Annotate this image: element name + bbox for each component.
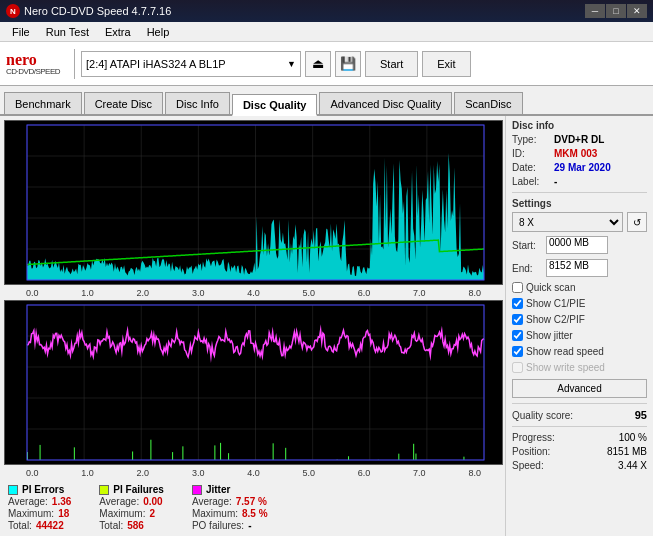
position-label: Position: [512, 446, 550, 457]
progress-row: Progress: 100 % [512, 432, 647, 443]
position-value: 8151 MB [607, 446, 647, 457]
menu-run-test[interactable]: Run Test [38, 24, 97, 40]
show-write-speed-checkbox [512, 362, 523, 373]
end-row: End: 8152 MB [512, 259, 647, 277]
speed-row: Speed: 3.44 X [512, 460, 647, 471]
quality-score-value: 95 [635, 409, 647, 421]
start-input[interactable]: 0000 MB [546, 236, 608, 254]
pi-errors-avg-value: 1.36 [52, 496, 71, 507]
disc-type-label: Type: [512, 134, 552, 145]
jitter-title: Jitter [206, 484, 230, 495]
settings-title: Settings [512, 198, 647, 209]
show-c2pif-checkbox[interactable] [512, 314, 523, 325]
chart-pi-errors: 20 16 12 8 4 0 20 16 12 8 4 0 [4, 120, 503, 285]
tab-disc-info[interactable]: Disc Info [165, 92, 230, 114]
jitter-avg-value: 7.57 % [236, 496, 267, 507]
exit-button[interactable]: Exit [422, 51, 470, 77]
tab-bar: Benchmark Create Disc Disc Info Disc Qua… [0, 86, 653, 116]
pi-failures-total-value: 586 [127, 520, 144, 531]
pi-failures-title: PI Failures [113, 484, 164, 495]
pi-failures-max-value: 2 [149, 508, 155, 519]
jitter-legend [192, 485, 202, 495]
save-button[interactable]: 💾 [335, 51, 361, 77]
tab-benchmark[interactable]: Benchmark [4, 92, 82, 114]
show-read-speed-row: Show read speed [512, 346, 647, 357]
title-bar: N Nero CD-DVD Speed 4.7.7.16 ─ □ ✕ [0, 0, 653, 22]
progress-label: Progress: [512, 432, 555, 443]
menu-file[interactable]: File [4, 24, 38, 40]
pi-errors-title: PI Errors [22, 484, 64, 495]
pi-errors-max-label: Maximum: [8, 508, 54, 519]
tab-advanced-disc-quality[interactable]: Advanced Disc Quality [319, 92, 452, 114]
eject-button[interactable]: ⏏ [305, 51, 331, 77]
show-c2pif-label: Show C2/PIF [526, 314, 585, 325]
show-jitter-label: Show jitter [526, 330, 573, 341]
end-input[interactable]: 8152 MB [546, 259, 608, 277]
close-button[interactable]: ✕ [627, 4, 647, 18]
minimize-button[interactable]: ─ [585, 4, 605, 18]
pi-failures-total-label: Total: [99, 520, 123, 531]
jitter-max-label: Maximum: [192, 508, 238, 519]
show-c1-pie-row: Show C1/PIE [512, 298, 647, 309]
quality-score-row: Quality score: 95 [512, 409, 647, 421]
disc-date-label: Date: [512, 162, 552, 173]
drive-dropdown-arrow: ▼ [287, 59, 296, 69]
start-label: Start: [512, 240, 542, 251]
menu-extra[interactable]: Extra [97, 24, 139, 40]
tab-create-disc[interactable]: Create Disc [84, 92, 163, 114]
charts-area: 20 16 12 8 4 0 20 16 12 8 4 0 0.0 1.0 2.… [0, 116, 505, 536]
show-c1pie-label: Show C1/PIE [526, 298, 585, 309]
show-read-speed-label: Show read speed [526, 346, 604, 357]
tab-disc-quality[interactable]: Disc Quality [232, 94, 318, 116]
pi-failures-avg-value: 0.00 [143, 496, 162, 507]
jitter-po-value: - [248, 520, 251, 531]
speed-value: 3.44 X [618, 460, 647, 471]
advanced-button[interactable]: Advanced [512, 379, 647, 398]
right-panel: Disc info Type: DVD+R DL ID: MKM 003 Dat… [505, 116, 653, 536]
show-write-speed-label: Show write speed [526, 362, 605, 373]
chart1-x-axis: 0.0 1.0 2.0 3.0 4.0 5.0 6.0 7.0 8.0 [4, 287, 503, 298]
nero-logo-subtitle: CD·DVD/SPEED [6, 68, 60, 76]
app-title: Nero CD-DVD Speed 4.7.7.16 [24, 5, 171, 17]
speed-label: Speed: [512, 460, 544, 471]
jitter-avg-label: Average: [192, 496, 232, 507]
maximize-button[interactable]: □ [606, 4, 626, 18]
start-button[interactable]: Start [365, 51, 418, 77]
show-jitter-checkbox[interactable] [512, 330, 523, 341]
chart2-canvas [5, 301, 502, 464]
quality-score-label: Quality score: [512, 410, 573, 421]
progress-value: 100 % [619, 432, 647, 443]
show-c2-pif-row: Show C2/PIF [512, 314, 647, 325]
pi-errors-legend [8, 485, 18, 495]
toolbar-divider [74, 49, 75, 79]
disc-id-value: MKM 003 [554, 148, 597, 159]
pi-errors-max-value: 18 [58, 508, 69, 519]
disc-label-label: Label: [512, 176, 552, 187]
stat-pi-failures: PI Failures Average: 0.00 Maximum: 2 Tot… [99, 484, 164, 531]
stats-area: PI Errors Average: 1.36 Maximum: 18 Tota… [4, 480, 503, 533]
menu-help[interactable]: Help [139, 24, 178, 40]
tab-scandisc[interactable]: ScanDisc [454, 92, 522, 114]
disc-info-title: Disc info [512, 120, 647, 131]
show-c1pie-checkbox[interactable] [512, 298, 523, 309]
disc-label-value: - [554, 176, 557, 187]
show-write-speed-row: Show write speed [512, 362, 647, 373]
disc-type-value: DVD+R DL [554, 134, 604, 145]
pi-failures-max-label: Maximum: [99, 508, 145, 519]
pi-failures-avg-label: Average: [99, 496, 139, 507]
settings-refresh-btn[interactable]: ↺ [627, 212, 647, 232]
jitter-po-label: PO failures: [192, 520, 244, 531]
show-read-speed-checkbox[interactable] [512, 346, 523, 357]
quick-scan-row: Quick scan [512, 282, 647, 293]
pi-errors-total-value: 44422 [36, 520, 64, 531]
app-icon: N [6, 4, 20, 18]
quick-scan-checkbox[interactable] [512, 282, 523, 293]
drive-label: [2:4] ATAPI iHAS324 A BL1P [86, 58, 226, 70]
drive-selector[interactable]: [2:4] ATAPI iHAS324 A BL1P ▼ [81, 51, 301, 77]
position-row: Position: 8151 MB [512, 446, 647, 457]
speed-selector[interactable]: 8 X [512, 212, 623, 232]
chart-jitter: 10 8 6 4 2 0 10 8 6 4 2 0 [4, 300, 503, 465]
divider3 [512, 426, 647, 427]
menu-bar: File Run Test Extra Help [0, 22, 653, 42]
pi-failures-legend [99, 485, 109, 495]
